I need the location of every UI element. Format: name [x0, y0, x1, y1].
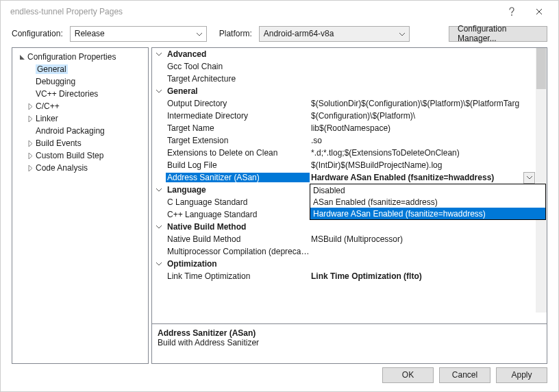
dialog-buttons: OK Cancel Apply [1, 364, 558, 391]
tree-item-android-packaging[interactable]: Android Packaging [12, 125, 148, 137]
property-row[interactable]: Multiprocessor Compilation (deprecated) [152, 245, 536, 258]
property-name: Link Time Optimization [166, 271, 310, 281]
property-value[interactable]: Hardware ASan Enabled (fsanitize=hwaddre… [310, 172, 536, 184]
category-row[interactable]: Optimization [152, 258, 536, 270]
vertical-scrollbar[interactable] [536, 48, 547, 313]
dropdown-option[interactable]: ASan Enabled (fsanitize=address) [310, 196, 545, 208]
expander-open-icon[interactable] [16, 54, 27, 60]
property-value[interactable]: MSBuild (Multiprocessor) [310, 234, 536, 244]
expander-closed-icon[interactable] [25, 116, 36, 122]
nav-tree[interactable]: Configuration Properties GeneralDebuggin… [12, 47, 149, 364]
property-name: Target Architecture [166, 74, 310, 84]
property-row[interactable]: Build Log File$(IntDir)$(MSBuildProjectN… [152, 159, 536, 171]
configuration-select[interactable]: Release [70, 26, 207, 42]
asan-dropdown-list[interactable]: DisabledASan Enabled (fsanitize=address)… [310, 184, 546, 220]
expander-closed-icon[interactable] [25, 140, 36, 147]
category-name: Language [166, 185, 310, 195]
chevron-down-icon[interactable] [152, 262, 166, 266]
property-name: Target Name [166, 123, 310, 133]
tree-item-label: Linker [36, 114, 58, 123]
property-panel: AdvancedGcc Tool ChainTarget Architectur… [151, 47, 547, 364]
tree-item-label: Build Events [36, 138, 82, 148]
platform-select[interactable]: Android-arm64-v8a [259, 26, 410, 42]
tree-item-c-c-[interactable]: C/C++ [12, 100, 148, 112]
category-name: General [166, 86, 310, 96]
tree-item-label: Android Packaging [36, 126, 105, 136]
chevron-down-icon [197, 29, 202, 38]
tree-item-vc-directories[interactable]: VC++ Directories [12, 88, 148, 100]
property-name: Native Build Method [166, 234, 310, 244]
platform-label: Platform: [219, 29, 252, 38]
property-name: Multiprocessor Compilation (deprecated) [166, 247, 310, 256]
category-row[interactable]: Advanced [152, 48, 536, 60]
expander-closed-icon[interactable] [25, 103, 36, 110]
help-button[interactable] [498, 2, 525, 21]
tree-item-general[interactable]: General [12, 63, 148, 75]
property-row[interactable]: Link Time OptimizationLink Time Optimiza… [152, 270, 536, 282]
property-name: C++ Language Standard [166, 210, 310, 219]
svg-point-0 [511, 14, 512, 16]
property-value[interactable]: .so [310, 136, 536, 145]
configuration-manager-button[interactable]: Configuration Manager... [449, 26, 547, 42]
apply-button[interactable]: Apply [496, 367, 547, 383]
tree-item-label: Custom Build Step [36, 151, 103, 160]
property-name: Gcc Tool Chain [166, 62, 310, 71]
property-row[interactable]: Target Namelib$(RootNamespace) [152, 122, 536, 134]
property-row[interactable]: Extensions to Delete on Clean*.d;*.tlog;… [152, 147, 536, 159]
property-name: Address Sanitizer (ASan) [166, 173, 310, 182]
description-text: Build with Address Sanitizer [158, 338, 541, 347]
tree-item-build-events[interactable]: Build Events [12, 137, 148, 149]
property-row[interactable]: Gcc Tool Chain [152, 60, 536, 73]
tree-item-label: C/C++ [36, 101, 60, 111]
description-title: Address Sanitizer (ASan) [158, 328, 541, 338]
tree-root[interactable]: Configuration Properties [12, 51, 148, 63]
ok-button[interactable]: OK [382, 367, 434, 383]
property-row[interactable]: Target Extension.so [152, 134, 536, 147]
window-title: endless-tunnel Property Pages [6, 7, 498, 16]
property-value[interactable]: lib$(RootNamespace) [310, 123, 536, 133]
property-row[interactable]: Address Sanitizer (ASan)Hardware ASan En… [152, 171, 536, 184]
close-button[interactable] [525, 2, 553, 21]
chevron-down-icon[interactable] [152, 90, 166, 93]
property-value[interactable]: $(SolutionDir)$(Configuration)\$(Platfor… [310, 99, 536, 108]
chevron-down-icon [399, 29, 405, 38]
tree-item-label: Code Analysis [36, 163, 88, 173]
expander-closed-icon[interactable] [25, 153, 36, 159]
tree-item-linker[interactable]: Linker [12, 112, 148, 125]
dropdown-option[interactable]: Disabled [310, 184, 545, 196]
tree-item-label: VC++ Directories [36, 89, 98, 99]
tree-item-label: Debugging [36, 77, 75, 86]
category-row[interactable]: General [152, 85, 536, 97]
configuration-label: Configuration: [12, 29, 63, 38]
property-pages-dialog: endless-tunnel Property Pages Configurat… [0, 0, 559, 392]
tree-item-label: General [36, 64, 68, 74]
chevron-down-icon[interactable] [152, 225, 166, 229]
property-row[interactable]: Intermediate Directory$(Configuration)\$… [152, 110, 536, 122]
property-row[interactable]: Target Architecture [152, 73, 536, 85]
expander-closed-icon[interactable] [25, 165, 36, 171]
category-name: Native Build Method [166, 222, 310, 232]
chevron-down-icon[interactable] [152, 188, 166, 192]
tree-item-code-analysis[interactable]: Code Analysis [12, 162, 148, 174]
tree-item-debugging[interactable]: Debugging [12, 75, 148, 88]
dropdown-button[interactable] [523, 172, 535, 184]
cancel-button[interactable]: Cancel [439, 367, 490, 383]
property-name: Extensions to Delete on Clean [166, 148, 310, 158]
config-toolbar: Configuration: Release Platform: Android… [1, 23, 558, 45]
property-name: Build Log File [166, 160, 310, 170]
category-row[interactable]: Native Build Method [152, 221, 536, 233]
property-value[interactable]: $(IntDir)$(MSBuildProjectName).log [310, 160, 536, 170]
property-value[interactable]: *.d;*.tlog;$(ExtensionsToDeleteOnClean) [310, 148, 536, 158]
category-name: Advanced [166, 49, 310, 59]
scrollbar-thumb[interactable] [536, 48, 546, 89]
property-name: C Language Standard [166, 197, 310, 207]
property-row[interactable]: Output Directory$(SolutionDir)$(Configur… [152, 97, 536, 110]
property-row[interactable]: Native Build MethodMSBuild (Multiprocess… [152, 233, 536, 245]
dropdown-option[interactable]: Hardware ASan Enabled (fsanitize=hwaddre… [310, 208, 545, 219]
property-grid: AdvancedGcc Tool ChainTarget Architectur… [151, 47, 547, 324]
category-name: Optimization [166, 259, 310, 269]
chevron-down-icon[interactable] [152, 53, 166, 56]
property-value[interactable]: Link Time Optimization (flto) [310, 271, 536, 281]
tree-item-custom-build-step[interactable]: Custom Build Step [12, 149, 148, 162]
property-value[interactable]: $(Configuration)\$(Platform)\ [310, 111, 536, 121]
